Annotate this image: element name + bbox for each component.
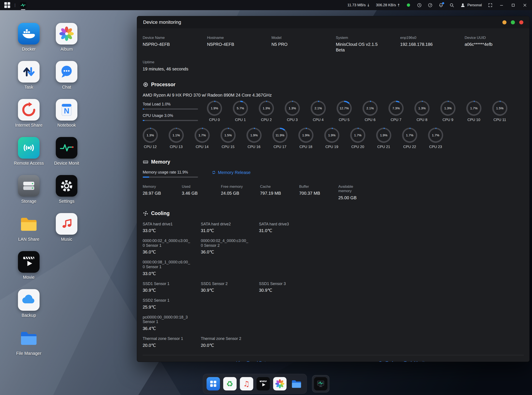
search-icon[interactable] [449,3,454,8]
settings-icon [56,175,78,197]
desktop-icon-label: Movie [23,275,34,280]
desktop-icon-music[interactable]: Music [50,213,83,251]
device-monitor-icon [314,377,327,390]
desktop-icon-label: Device Monit [54,161,79,166]
total-load-bar [143,109,198,110]
app-center-icon[interactable] [206,377,220,390]
window-close-button[interactable] [519,20,523,24]
sensor-value: 31.0℃ [259,228,304,233]
recycle-bin-icon[interactable]: ♻ [223,377,237,390]
async-task-monitor-link[interactable]: Go To Async Task Monitor [379,360,428,362]
cpu-core-gauge: 1.9%CPU 18 [298,128,313,149]
device-monitor-icon [56,137,78,159]
desktop-icon-backup[interactable]: Backup [12,289,45,327]
desktop-icon-settings[interactable]: Settings [50,175,83,213]
info-value: 192.168.178.186 [400,42,446,47]
memory-stat-value: 3.46 GB [182,190,221,196]
cpu-core-gauge: 7.3%CPU 7 [388,101,404,122]
sensor-value: 25.9℃ [143,304,188,310]
music-icon[interactable]: ♫ [240,377,253,390]
desktop-icon-lan-share[interactable]: LAN Share [12,213,45,251]
cooling-row: SSD1 Sensor 130.9℃ SSD1 Sensor 230.9℃ SS… [143,282,524,293]
activity-icon[interactable] [428,3,432,8]
desktop-icon-label: Docker [22,47,35,52]
memory-stat-value: 28.97 GB [143,190,182,196]
active-app-icon[interactable] [20,2,26,8]
cooling-row: SSD2 Sensor 125.9℃ [143,298,524,310]
processor-section-header: Processor [143,82,524,88]
processor-body: Total Load 1.0% CPU Usage 3.0% 1.9%CPU 0… [143,101,524,149]
desktop-icon-notebook[interactable]: N Notebook [50,99,83,137]
notification-badge [442,2,444,4]
clock-icon[interactable] [417,3,422,8]
svg-text:N: N [64,107,69,115]
minimize-button[interactable] [499,2,504,8]
album-icon[interactable] [273,377,286,390]
maximize-button[interactable] [510,2,516,8]
start-grid-icon[interactable] [4,2,10,8]
desktop-icon-task[interactable]: Task [12,61,45,99]
info-label: Hostname [207,36,266,40]
cpu-core-gauge: 1.3%CPU 3 [285,101,300,122]
cpu-model: AMD Ryzen AI 9 HX PRO 370 w/ Radeon 890M… [143,93,524,98]
load-block: Total Load 1.0% CPU Usage 3.0% [143,102,207,121]
sensor-value: 36.0℃ [143,249,188,255]
desktop-icon-file-manager[interactable]: File Manager [12,327,45,365]
backup-icon [18,289,39,311]
network-download-speed: 11.73 MB/s↓ [347,3,370,7]
user-menu[interactable]: Personal [460,3,482,8]
sensor-label: 0000:00:02_4_0000:c3:00_0 Sensor 1 [143,239,191,248]
desktop-icon-label: Music [61,237,72,242]
desktop-icon-label: LAN Share [18,237,39,242]
desktop-icon-internet-share[interactable]: Internet Share [12,99,45,137]
section-title: Processor [151,82,176,88]
desktop-icon-album[interactable]: Album [50,23,83,61]
processor-icon [143,82,149,88]
dock-active-app[interactable] [312,375,329,392]
desktop-icon-storage[interactable]: Storage [12,175,45,213]
total-load-label: Total Load 1.0% [143,102,207,107]
memory-stat-label: Available memory [338,185,366,193]
sensor-label: Thermal zone Sensor 2 [201,336,249,341]
desktop-icon-label: Backup [22,313,36,318]
info-label: Device UUID [465,36,524,40]
desktop-icon-label: File Manager [16,351,42,356]
sensor-label: SATA hard drive3 [259,222,308,227]
notebook-icon: N [56,99,78,121]
info-label: enp196s0 [400,36,459,40]
cpu-core-gauge: 1.7%CPU 23 [428,128,443,149]
up-arrow-icon: ↑ [397,3,400,7]
sensor-value: 31.0℃ [201,228,246,233]
info-value: MinisCloud OS v2.1.5 Beta [336,42,381,53]
window-titlebar[interactable]: Device monitoring [137,16,529,28]
sensor-value: 33.0℃ [143,228,188,233]
close-button[interactable] [522,2,528,8]
cpu-core-gauge: 1.1%CPU 13 [169,128,184,149]
cooling-row: Thermal zone Sensor 120.0℃ Thermal zone … [143,336,524,348]
cooling-row: 0000:00:02_4_0000:c3:00_0 Sensor 136.0℃ … [143,239,524,255]
movie-icon[interactable] [256,377,270,390]
cooling-row: pci0000:00_0000:00:18_3 Sensor 136.4℃ [143,315,524,331]
memory-release-link[interactable]: Memory Release [212,170,250,175]
sensor-label: Thermal zone Sensor 1 [143,336,191,341]
bell-icon[interactable] [439,3,443,8]
desktop-icon-docker[interactable]: Docker [12,23,45,61]
desktop-icon-remote-access[interactable]: Remote Access [12,137,45,175]
sensor-label: SSD1 Sensor 1 [143,282,191,286]
dock: ♻ ♫ [203,374,329,394]
desktop-icon-device-monitor[interactable]: Device Monit [50,137,83,175]
cpu-core-gauge: 12.7%CPU 5 [337,101,352,122]
fullscreen-icon[interactable] [488,3,493,8]
window-maximize-button[interactable] [511,20,515,24]
window-minimize-button[interactable] [502,20,506,24]
cooling-row: SATA hard drive133.0℃ SATA hard drive231… [143,222,524,234]
desktop-icon-label: Task [24,85,33,90]
file-manager-icon[interactable] [290,377,303,390]
cpu-core-gauge: 1.9%CPU 16 [246,128,261,149]
desktop-icon-chat[interactable]: Chat [50,61,83,99]
desktop-icon-movie[interactable]: Movie [12,251,45,289]
green-status-icon[interactable] [406,3,411,8]
desktop-icon-label: Internet Share [15,123,43,128]
view-trend-data-link[interactable]: View Trend Data [236,360,268,362]
album-icon [56,23,78,44]
